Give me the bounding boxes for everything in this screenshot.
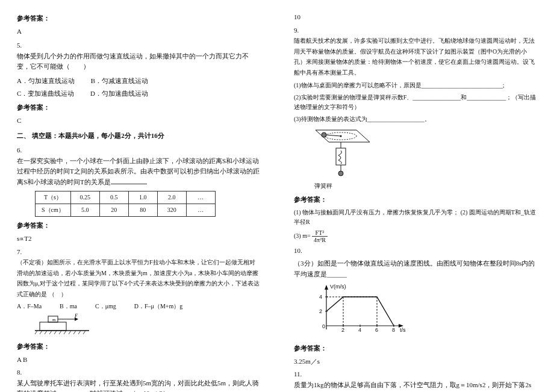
table-cell: S（cm） <box>36 204 71 217</box>
q5-opt-c-key: C． <box>17 90 28 97</box>
svg-line-7 <box>64 331 66 334</box>
frac-num: FT² <box>312 229 328 237</box>
q7-text: （不定项）如图所示，在光滑水平面上以水平恒力F拉动小车和木块，让它们一起做无相对… <box>17 259 260 297</box>
svg-text:4: 4 <box>319 294 322 300</box>
q7-number: 7. <box>17 248 22 255</box>
svg-text:4: 4 <box>358 327 361 333</box>
q9-figure: 弹簧秤 <box>312 126 537 191</box>
q5-number: 5. <box>17 42 22 49</box>
q11-number: 11. <box>294 370 302 378</box>
svg-line-4 <box>49 331 52 334</box>
table-cell: … <box>186 191 215 204</box>
svg-text:m: m <box>52 317 56 322</box>
svg-text:0: 0 <box>322 323 325 329</box>
svg-line-22 <box>326 135 341 136</box>
q8-text: 某人驾驶摩托车进行表演时，行至某处遇到5m宽的沟，对面比此处低5m，则此人骑车的… <box>17 379 259 392</box>
svg-line-6 <box>59 331 61 334</box>
q5-opt-d: 匀加速曲线运动 <box>102 90 148 97</box>
q5-text: 物体受到几个外力的作用而做匀速直线运动，如果撤掉其中的一个力而其它力不变，它不可… <box>17 52 249 70</box>
q10-chart: V(m/s) t/s 2 4 2 4 6 8 0 <box>312 282 537 340</box>
svg-line-10 <box>78 331 81 334</box>
answer-header: 参考答案： <box>17 102 260 113</box>
q5-opt-b-key: B． <box>91 77 102 84</box>
q7-answer: AB <box>17 355 260 366</box>
q6-answer: s∝T2 <box>17 234 260 244</box>
table-cell: 1.0 <box>128 191 157 204</box>
q10-answer: 3.25m／s <box>294 356 537 367</box>
answer-header: 参考答案： <box>17 220 260 231</box>
answer-header: 参考答案： <box>294 343 537 354</box>
svg-point-21 <box>322 132 326 137</box>
q5-opt-a-key: A． <box>17 77 28 84</box>
svg-marker-29 <box>325 285 328 290</box>
q5-opt-b: 匀减速直线运动 <box>102 77 148 84</box>
answer-header: 参考答案： <box>17 13 260 24</box>
svg-line-5 <box>54 331 57 334</box>
table-cell: … <box>186 204 215 217</box>
svg-point-26 <box>338 171 343 176</box>
q8-answer: 10 <box>294 12 537 23</box>
section2-header: 二、 填空题：本题共8小题，每小题2分，共计16分 <box>17 131 260 142</box>
table-cell: 5.0 <box>70 204 99 217</box>
table-cell: 2.0 <box>157 191 186 204</box>
q9-number: 9. <box>294 26 299 34</box>
svg-line-3 <box>45 331 47 334</box>
svg-line-9 <box>73 331 76 334</box>
q10-number: 10. <box>294 247 302 254</box>
svg-text:6: 6 <box>375 327 378 333</box>
q5-opt-d-key: D． <box>90 90 102 97</box>
answer-header: 参考答案： <box>17 341 260 352</box>
svg-text:t/s: t/s <box>400 327 406 333</box>
svg-line-2 <box>40 331 42 334</box>
q7-options: A．F–Ma B．ma C．μmg D．F–μ（M+m）g <box>17 302 260 311</box>
q6-number: 6. <box>17 146 22 154</box>
q9-sub2: (2)实验时需要测量的物理量是弹簧秤示数F、________________和_… <box>294 93 537 112</box>
svg-text:2: 2 <box>341 327 344 333</box>
q8-number: 8. <box>17 369 22 376</box>
table-cell: 320 <box>157 204 186 217</box>
q6-table: T（s） 0.25 0.5 1.0 2.0 … S（cm） 5.0 20 80 … <box>35 191 216 217</box>
q9-answer-1: (1) 物体与接触面间几乎没有压力，摩擦力恢复恢复几乎为零； (2) 圆周运动的… <box>294 208 537 227</box>
svg-rect-12 <box>40 322 66 331</box>
q5-opt-c: 变加速曲线运动 <box>28 90 74 97</box>
answer-header: 参考答案： <box>294 194 537 205</box>
svg-line-8 <box>69 331 71 334</box>
q9-answer-2: (3) m= FT² 4π²R <box>294 229 537 243</box>
table-cell: 80 <box>128 204 157 217</box>
svg-line-1 <box>35 331 37 334</box>
spring-label: 弹簧秤 <box>314 181 537 191</box>
q9-text: 随着航天技术的发展，许多实验可以搬到太空中进行。飞船绕地球做匀速圆周运动时，无法… <box>294 37 535 76</box>
q9-sub3: (3)待测物体质量的表达式为___________________。 <box>294 114 537 124</box>
frac-den: 4π²R <box>312 237 328 243</box>
svg-text:V(m/s): V(m/s) <box>330 284 346 290</box>
table-cell: T（s） <box>36 191 71 204</box>
q5-opt-a: 匀加速直线运动 <box>28 77 75 84</box>
svg-text:8: 8 <box>392 327 395 333</box>
q11-text: 质量为1kg的物体从足够高自由下落，不计空气阻力，取g＝10m/s2，则开始下落… <box>294 381 531 392</box>
q9-sub1: (1)物体与桌面间的摩擦力可以忽略不计，原因是_________________… <box>294 81 537 90</box>
svg-text:F: F <box>74 314 78 319</box>
table-cell: 0.25 <box>70 191 99 204</box>
q4-answer: A <box>17 26 260 37</box>
svg-line-11 <box>83 331 86 334</box>
q5-answer: C <box>17 116 260 126</box>
q10-text: （3分）如图是一个物体做直线运动的速度图线。由图线可知物体在整段时间8s内的平均… <box>294 258 537 279</box>
q7-figure: m F <box>35 314 260 338</box>
svg-text:2: 2 <box>319 308 322 314</box>
table-cell: 0.5 <box>99 191 128 204</box>
table-cell: 20 <box>99 204 128 217</box>
